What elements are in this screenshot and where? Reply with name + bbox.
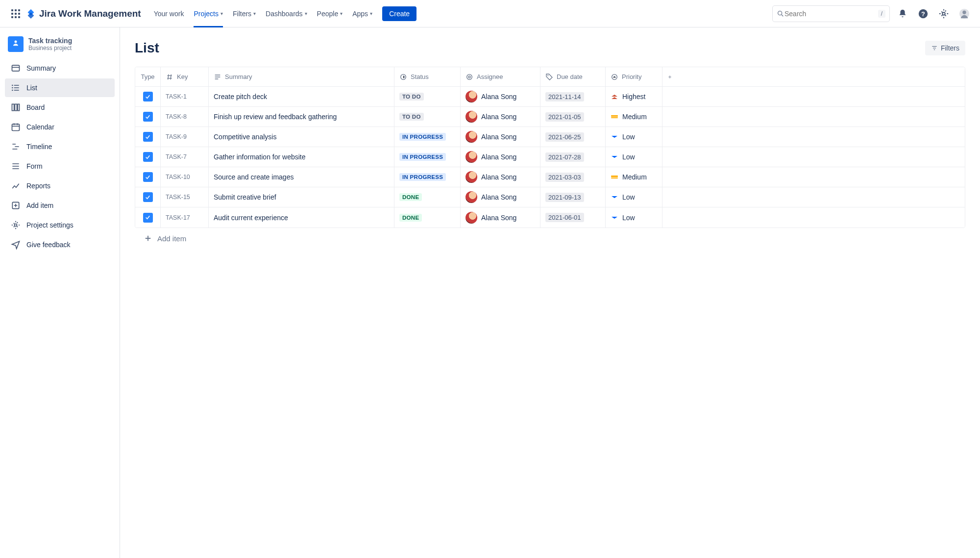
cell-key[interactable]: TASK-8 — [161, 107, 209, 127]
sidebar-item-form[interactable]: Form — [5, 157, 115, 176]
cell-due-date[interactable]: 2021-03-03 — [540, 167, 606, 187]
cell-priority[interactable]: Highest — [606, 87, 662, 106]
nav-item-your-work[interactable]: Your work — [149, 0, 189, 27]
cell-priority[interactable]: Low — [606, 147, 662, 167]
cell-priority[interactable]: Low — [606, 207, 662, 228]
sidebar-item-board[interactable]: Board — [5, 98, 115, 117]
table-row[interactable]: TASK-17Audit current experienceDONEAlana… — [135, 207, 965, 228]
cell-due-date[interactable]: 2021-06-25 — [540, 127, 606, 147]
column-header-summary[interactable]: Summary — [209, 67, 394, 86]
table-row[interactable]: TASK-1Create pitch deckTO DOAlana Song20… — [135, 87, 965, 107]
cell-summary[interactable]: Audit current experience — [209, 207, 394, 228]
column-header-priority[interactable]: Priority — [606, 67, 662, 86]
sidebar-item-label: Form — [26, 162, 43, 170]
nav-item-filters[interactable]: Filters▾ — [228, 0, 261, 27]
cell-status[interactable]: TO DO — [394, 107, 461, 127]
notifications-button[interactable] — [895, 6, 910, 22]
product-name: Jira Work Management — [39, 8, 141, 19]
column-header-key[interactable]: Key — [161, 67, 209, 86]
cell-assignee[interactable]: Alana Song — [461, 167, 540, 187]
cell-key[interactable]: TASK-17 — [161, 207, 209, 228]
table-row[interactable]: TASK-7Gather information for websiteIN P… — [135, 147, 965, 167]
cell-assignee[interactable]: Alana Song — [461, 147, 540, 167]
cell-summary[interactable]: Submit creative brief — [209, 187, 394, 207]
table-row[interactable]: TASK-9Competitive analysisIN PROGRESSAla… — [135, 127, 965, 147]
assignee-name: Alana Song — [481, 173, 516, 181]
help-button[interactable]: ? — [915, 6, 931, 22]
search-input[interactable] — [784, 10, 878, 18]
cell-status[interactable]: DONE — [394, 207, 461, 228]
sidebar-item-add-item[interactable]: Add item — [5, 196, 115, 215]
cell-priority[interactable]: Low — [606, 187, 662, 207]
cell-due-date[interactable]: 2021-06-01 — [540, 207, 606, 228]
sidebar-item-label: Summary — [26, 64, 56, 72]
cell-assignee[interactable]: Alana Song — [461, 127, 540, 147]
table-row[interactable]: TASK-10Source and create imagesIN PROGRE… — [135, 167, 965, 187]
cell-type[interactable] — [135, 107, 161, 127]
table-row[interactable]: TASK-15Submit creative briefDONEAlana So… — [135, 187, 965, 207]
nav-item-dashboards[interactable]: Dashboards▾ — [261, 0, 312, 27]
cell-due-date[interactable]: 2021-11-14 — [540, 87, 606, 106]
cell-summary[interactable]: Source and create images — [209, 167, 394, 187]
sidebar-item-summary[interactable]: Summary — [5, 59, 115, 77]
cell-status[interactable]: IN PROGRESS — [394, 147, 461, 167]
cell-priority[interactable]: Medium — [606, 167, 662, 187]
cell-due-date[interactable]: 2021-09-13 — [540, 187, 606, 207]
cell-type[interactable] — [135, 167, 161, 187]
create-button[interactable]: Create — [382, 6, 416, 21]
profile-button[interactable] — [956, 6, 972, 22]
cell-summary[interactable]: Finish up review and feedback gathering — [209, 107, 394, 127]
assignee-name: Alana Song — [481, 214, 516, 222]
filters-button[interactable]: Filters — [925, 41, 965, 55]
column-header-assignee[interactable]: Assignee — [461, 67, 540, 86]
cell-type[interactable] — [135, 207, 161, 228]
sidebar-item-project-settings[interactable]: Project settings — [5, 216, 115, 234]
cell-key[interactable]: TASK-10 — [161, 167, 209, 187]
cell-key[interactable]: TASK-7 — [161, 147, 209, 167]
sidebar-item-calendar[interactable]: Calendar — [5, 118, 115, 136]
cell-key[interactable]: TASK-15 — [161, 187, 209, 207]
cell-priority[interactable]: Medium — [606, 107, 662, 127]
cell-type[interactable] — [135, 87, 161, 106]
sidebar-item-give-feedback[interactable]: Give feedback — [5, 235, 115, 254]
cell-key[interactable]: TASK-1 — [161, 87, 209, 106]
avatar — [466, 151, 477, 163]
cell-status[interactable]: TO DO — [394, 87, 461, 106]
cell-summary[interactable]: Create pitch deck — [209, 87, 394, 106]
product-logo[interactable]: Jira Work Management — [25, 8, 141, 19]
cell-type[interactable] — [135, 187, 161, 207]
nav-item-people[interactable]: People▾ — [312, 0, 348, 27]
column-header-due[interactable]: Due date — [540, 67, 606, 86]
add-column-button[interactable] — [662, 67, 677, 86]
cell-assignee[interactable]: Alana Song — [461, 207, 540, 228]
cell-due-date[interactable]: 2021-07-28 — [540, 147, 606, 167]
cell-assignee[interactable]: Alana Song — [461, 187, 540, 207]
add-item-row[interactable]: Add item — [135, 228, 965, 249]
cell-priority[interactable]: Low — [606, 127, 662, 147]
project-header[interactable]: Task tracking Business project — [5, 36, 115, 59]
settings-button[interactable] — [936, 6, 952, 22]
search-field[interactable]: / — [772, 5, 890, 22]
cell-status[interactable]: IN PROGRESS — [394, 167, 461, 187]
app-switcher-button[interactable] — [8, 6, 24, 22]
cell-status[interactable]: IN PROGRESS — [394, 127, 461, 147]
table-row[interactable]: TASK-8Finish up review and feedback gath… — [135, 107, 965, 127]
cell-key[interactable]: TASK-9 — [161, 127, 209, 147]
column-header-status[interactable]: Status — [394, 67, 461, 86]
sidebar-item-timeline[interactable]: Timeline — [5, 137, 115, 156]
help-icon: ? — [918, 8, 929, 19]
cell-due-date[interactable]: 2021-01-05 — [540, 107, 606, 127]
nav-item-apps[interactable]: Apps▾ — [347, 0, 377, 27]
column-header-type[interactable]: Type — [135, 67, 161, 86]
cell-summary[interactable]: Competitive analysis — [209, 127, 394, 147]
cell-status[interactable]: DONE — [394, 187, 461, 207]
cell-summary[interactable]: Gather information for website — [209, 147, 394, 167]
nav-item-projects[interactable]: Projects▾ — [189, 0, 228, 27]
cell-assignee[interactable]: Alana Song — [461, 87, 540, 106]
cell-spacer — [662, 207, 677, 228]
cell-type[interactable] — [135, 127, 161, 147]
sidebar-item-reports[interactable]: Reports — [5, 177, 115, 195]
sidebar-item-list[interactable]: List — [5, 78, 115, 97]
cell-type[interactable] — [135, 147, 161, 167]
cell-assignee[interactable]: Alana Song — [461, 107, 540, 127]
